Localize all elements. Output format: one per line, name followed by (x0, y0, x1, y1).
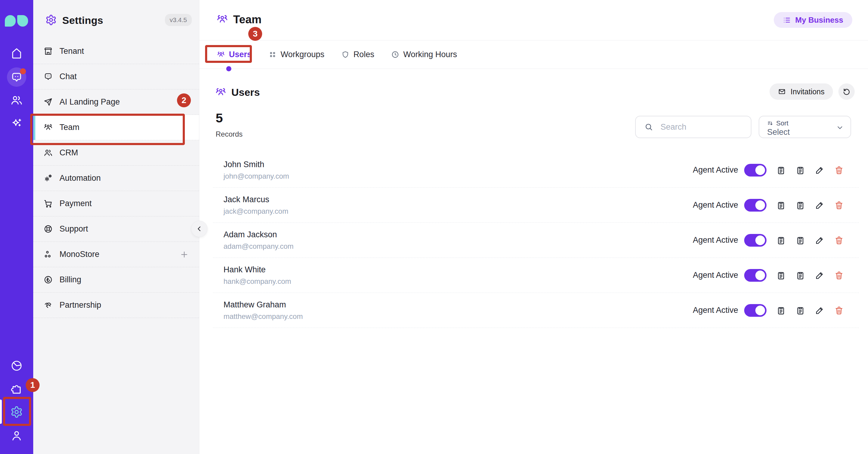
edit-pencil-icon[interactable] (815, 271, 825, 280)
edit-pencil-icon[interactable] (815, 306, 825, 315)
sidebar-item-billing[interactable]: Billing (33, 267, 199, 292)
tab-label: Roles (353, 50, 374, 59)
users-tab-icon (217, 51, 225, 59)
chevron-down-icon (836, 124, 844, 132)
row-controls: Agent Active (693, 304, 859, 317)
tab-label: Users (229, 50, 252, 59)
clipboard-list-icon[interactable] (796, 200, 805, 210)
agent-active-toggle[interactable] (744, 164, 767, 176)
sidebar-item-support[interactable]: Support (33, 217, 199, 242)
clipboard-list-icon[interactable] (796, 306, 805, 315)
user-name: Matthew Graham (223, 300, 303, 310)
version-badge: v3.4.5 (165, 14, 192, 26)
sidebar-item-payment[interactable]: Payment (33, 191, 199, 217)
edit-pencil-icon[interactable] (815, 165, 825, 175)
tab-label: Workgroups (281, 50, 324, 59)
invitations-button[interactable]: Invitations (770, 83, 833, 100)
chat-bubble-icon (43, 72, 53, 81)
sidebar-item-team[interactable]: Team (33, 115, 199, 140)
profile-icon[interactable] (10, 429, 23, 442)
sidebar-item-ai-landing-page[interactable]: AI Landing Page (33, 89, 199, 115)
clipboard-icon[interactable] (776, 306, 786, 315)
delete-trash-icon[interactable] (834, 271, 844, 280)
tab-users[interactable]: Users (217, 50, 252, 59)
delete-trash-icon[interactable] (834, 235, 844, 245)
toggle-knob (755, 200, 765, 210)
users-icon (43, 148, 53, 158)
ai-sparkles-icon[interactable] (10, 117, 23, 130)
sidebar-item-monostore[interactable]: MonoStore (33, 242, 199, 267)
home-icon[interactable] (10, 47, 23, 60)
envelope-icon (778, 88, 786, 95)
sidebar-item-tenant[interactable]: Tenant (33, 39, 199, 64)
refresh-button[interactable] (838, 83, 855, 100)
sidebar-item-label: CRM (60, 148, 78, 158)
user-identity: Hank White hank@company.com (223, 265, 291, 286)
toggle-knob (755, 165, 765, 175)
active-tab-indicator (226, 66, 231, 71)
tab-workgroups[interactable]: Workgroups (269, 50, 324, 59)
rail-active-indicator (0, 400, 2, 424)
lifebuoy-icon (43, 224, 53, 234)
clipboard-list-icon[interactable] (796, 271, 805, 280)
agent-active-toggle[interactable] (744, 269, 767, 282)
sidebar-item-label: Billing (60, 275, 81, 284)
user-row: Jack Marcus jack@company.com Agent Activ… (213, 188, 859, 223)
row-controls: Agent Active (693, 164, 859, 176)
tab-working-hours[interactable]: Working Hours (391, 50, 457, 59)
delete-trash-icon[interactable] (834, 200, 844, 210)
sidebar-item-label: AI Landing Page (60, 97, 120, 107)
sort-value: Select (767, 127, 790, 137)
user-email: john@company.com (223, 172, 289, 180)
sidebar-item-partnership[interactable]: Partnership (33, 292, 199, 318)
sidebar-collapse-button[interactable] (191, 221, 207, 237)
search-input[interactable] (660, 122, 742, 132)
agent-active-toggle[interactable] (744, 304, 767, 317)
section-title: Users (231, 86, 260, 98)
search-icon (644, 122, 653, 132)
sidebar-item-crm[interactable]: CRM (33, 140, 199, 166)
shield-icon (341, 51, 349, 59)
user-name: Hank White (223, 265, 291, 275)
toggle-knob (755, 271, 765, 280)
grid-dots-icon (269, 51, 277, 59)
paper-plane-icon (43, 97, 53, 107)
sidebar-item-label: Payment (60, 199, 92, 208)
agent-active-toggle[interactable] (744, 199, 767, 211)
automation-gears-icon (43, 173, 53, 183)
clipboard-list-icon[interactable] (796, 235, 805, 245)
user-email: adam@company.com (223, 242, 293, 251)
storefront-icon (43, 47, 53, 56)
search-box[interactable] (635, 116, 751, 138)
sidebar-item-automation[interactable]: Automation (33, 166, 199, 191)
clipboard-list-icon[interactable] (796, 165, 805, 175)
edit-pencil-icon[interactable] (815, 200, 825, 210)
clipboard-icon[interactable] (776, 200, 786, 210)
user-identity: John Smith john@company.com (223, 160, 289, 180)
delete-trash-icon[interactable] (834, 165, 844, 175)
user-row: Matthew Graham matthew@company.com Agent… (213, 293, 859, 328)
tab-roles[interactable]: Roles (341, 50, 374, 59)
clipboard-icon[interactable] (776, 271, 786, 280)
delete-trash-icon[interactable] (834, 306, 844, 315)
main-content: Team My Business Users Workgroups Roles … (199, 0, 868, 454)
edit-pencil-icon[interactable] (815, 235, 825, 245)
monostore-add-icon[interactable] (180, 250, 189, 259)
sort-select[interactable]: Sort Select (759, 116, 851, 138)
logo-shape-right (17, 15, 28, 27)
my-business-button[interactable]: My Business (774, 12, 852, 28)
agent-active-label: Agent Active (693, 271, 738, 280)
row-controls: Agent Active (693, 269, 859, 282)
clipboard-icon[interactable] (776, 235, 786, 245)
sidebar-item-label: Partnership (60, 301, 101, 310)
contacts-icon[interactable] (10, 94, 23, 107)
analytics-pie-icon[interactable] (10, 360, 23, 372)
user-name: Jack Marcus (223, 195, 288, 204)
monostore-circles-icon (43, 250, 53, 259)
agent-active-toggle[interactable] (744, 234, 767, 247)
sidebar-item-chat[interactable]: Chat (33, 64, 199, 89)
integrations-puzzle-icon[interactable] (10, 383, 23, 395)
team-title-icon (216, 13, 228, 25)
settings-gear-icon[interactable] (10, 406, 23, 418)
clipboard-icon[interactable] (776, 165, 786, 175)
